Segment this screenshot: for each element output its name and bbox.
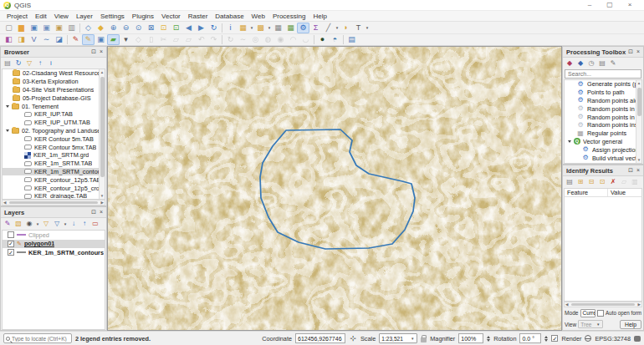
processing-vertical-scrollbar[interactable]: ▲▼: [636, 80, 641, 163]
toggle-editing-icon[interactable]: ✎: [82, 34, 95, 45]
remove-layer-icon[interactable]: ▭: [90, 220, 100, 229]
locate-box[interactable]: [3, 333, 72, 343]
browser-properties-icon[interactable]: i: [46, 58, 56, 68]
float-panel-icon[interactable]: ⊡: [91, 209, 96, 216]
text-annotation-icon[interactable]: T: [352, 23, 365, 33]
zoom-in-icon[interactable]: ⊕: [107, 23, 120, 33]
browser-vertical-scrollbar[interactable]: ▲▼: [99, 69, 105, 199]
python-console-icon[interactable]: ◓: [329, 34, 341, 45]
identify-results-body[interactable]: [564, 197, 642, 302]
collapse-browser-icon[interactable]: ↑: [35, 58, 45, 68]
layout-manager-icon[interactable]: ▥: [65, 23, 78, 33]
grass-tools-icon[interactable]: ●: [316, 34, 329, 45]
feature-column-header[interactable]: Feature: [565, 189, 608, 196]
algorithm-item[interactable]: ⚙Random points in lay...: [565, 113, 641, 121]
add-group-icon[interactable]: ▧: [13, 220, 23, 229]
magnifier-input[interactable]: [461, 336, 481, 342]
chevron-down-icon[interactable]: [6, 105, 9, 109]
zoom-full-icon[interactable]: ⊠: [145, 23, 157, 33]
menu-layer[interactable]: Layer: [73, 12, 96, 21]
crs-status[interactable]: EPSG:32748: [595, 335, 631, 342]
menu-processing[interactable]: Processing: [269, 12, 309, 21]
layer-item-clipped[interactable]: Clipped: [3, 231, 105, 240]
algorithm-item[interactable]: ⚙Random points in ext...: [565, 104, 641, 113]
float-panel-icon[interactable]: ⊡: [628, 167, 633, 174]
zoom-out-icon[interactable]: ⊖: [120, 23, 132, 33]
browser-item[interactable]: 02. Topography and Landuse: [3, 127, 105, 135]
filter-legend-icon[interactable]: ▽: [41, 220, 51, 229]
processing-search[interactable]: [565, 69, 641, 79]
menu-plugins[interactable]: Plugins: [129, 12, 157, 21]
scrollbar-thumb[interactable]: [9, 201, 98, 204]
layer-checkbox[interactable]: [8, 231, 14, 238]
save-project-as-icon[interactable]: ▣: [40, 23, 53, 33]
zoom-to-selection-icon[interactable]: ⊡: [157, 23, 170, 33]
close-panel-icon[interactable]: ×: [636, 48, 640, 55]
menu-database[interactable]: Database: [212, 12, 247, 21]
algorithm-item[interactable]: ⚙Assign projection: [565, 145, 641, 154]
menu-vector[interactable]: Vector: [158, 12, 184, 21]
browser-item[interactable]: 04-Site Visit Presentations: [3, 86, 105, 94]
open-attribute-table-icon[interactable]: ▦: [272, 23, 284, 33]
rotation-input[interactable]: [522, 336, 539, 342]
add-feature-options-icon[interactable]: ▾: [120, 34, 132, 45]
add-vector-layer-icon[interactable]: V: [28, 34, 40, 45]
coordinate-input[interactable]: [298, 336, 343, 342]
edit-features-in-place-icon[interactable]: ✎: [608, 58, 618, 68]
identify-features-icon[interactable]: i: [224, 23, 237, 33]
processing-scripts-icon[interactable]: ◆: [575, 58, 585, 68]
layer-item-contours[interactable]: KER_1m_SRTM_contours: [3, 248, 105, 257]
pan-to-selection-icon[interactable]: ◆: [95, 23, 107, 33]
algorithm-item[interactable]: ▦Regular points: [565, 129, 641, 138]
layer-item-polygon01[interactable]: ✎ polygon01: [3, 240, 105, 249]
chevron-down-icon[interactable]: [568, 140, 571, 145]
chevron-down-icon[interactable]: [6, 129, 9, 134]
open-layer-styling-icon[interactable]: ✎: [3, 220, 13, 229]
new-project-icon[interactable]: ▢: [3, 23, 15, 33]
filter-by-expression-icon[interactable]: ▽: [52, 220, 62, 229]
auto-open-form-checkbox[interactable]: [597, 310, 604, 317]
add-selected-layers-icon[interactable]: ▤: [3, 58, 13, 68]
browser-item[interactable]: 03-Kerta Exploration: [3, 78, 105, 86]
layer-checkbox[interactable]: [8, 241, 14, 247]
refresh-map-icon[interactable]: ↻: [207, 23, 220, 33]
layer-checkbox[interactable]: [8, 249, 14, 256]
zoom-last-icon[interactable]: ◀: [182, 23, 195, 33]
magnifier-spinner[interactable]: [487, 334, 490, 343]
minimize-window-icon[interactable]: –: [585, 1, 594, 9]
identify-horizontal-scrollbar[interactable]: ◀▶: [564, 302, 642, 307]
expand-new-results-icon[interactable]: ⊡: [597, 178, 607, 187]
pan-map-icon[interactable]: ◇: [82, 23, 95, 33]
rotation-field[interactable]: [519, 333, 541, 343]
text-annotation-dropdown-icon[interactable]: ▾: [365, 25, 370, 30]
save-layer-edits-icon[interactable]: ▣: [95, 34, 107, 45]
maximize-window-icon[interactable]: ▢: [606, 1, 614, 9]
map-canvas[interactable]: [107, 46, 562, 331]
float-panel-icon[interactable]: ⊡: [628, 48, 633, 55]
messages-icon[interactable]: [634, 336, 641, 342]
help-button[interactable]: Help: [620, 320, 641, 329]
save-project-icon[interactable]: ▣: [28, 23, 40, 33]
algorithm-item[interactable]: ⚙Random points inside...: [565, 121, 641, 129]
processing-toolbox-icon[interactable]: ⚙: [297, 23, 309, 33]
browser-item[interactable]: 02-Cisadang West Resource and Geology: [3, 69, 105, 78]
add-polygon-feature-icon[interactable]: ▰: [107, 34, 120, 45]
menu-web[interactable]: Web: [248, 12, 268, 21]
results-viewer-icon[interactable]: ▤: [597, 58, 607, 68]
browser-item[interactable]: 01. Tenement: [3, 102, 105, 110]
rotation-spinner[interactable]: [544, 334, 548, 343]
zoom-next-icon[interactable]: ▶: [195, 23, 207, 33]
value-column-header[interactable]: Value: [608, 189, 626, 196]
open-project-icon[interactable]: ▆: [15, 23, 28, 33]
browser-horizontal-scrollbar[interactable]: ◀▶: [2, 200, 105, 205]
browser-item[interactable]: KER_contour_12p5.TAB: [3, 175, 105, 184]
open-data-source-manager-icon[interactable]: ◧: [3, 34, 15, 45]
menu-settings[interactable]: Settings: [97, 12, 128, 21]
map-tips-icon[interactable]: ◗: [340, 23, 352, 33]
browser-item[interactable]: KER Contour 5m.TAB: [3, 134, 105, 143]
browser-item[interactable]: KER_drainage.TAB: [3, 192, 105, 200]
manage-map-themes-dropdown-icon[interactable]: ▾: [35, 221, 40, 226]
open-feature-form-icon[interactable]: ▤: [565, 178, 575, 187]
add-database-layer-icon[interactable]: ◨: [15, 34, 28, 45]
browser-item[interactable]: KER_IUP_UTM.TAB: [3, 119, 105, 127]
